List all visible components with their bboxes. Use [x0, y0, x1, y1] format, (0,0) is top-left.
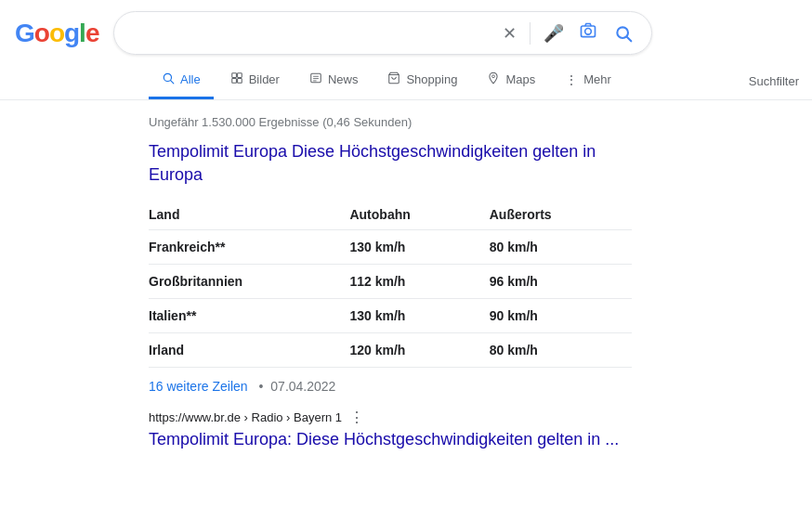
svg-rect-6: [231, 73, 236, 78]
table-row: Großbritannien112 km/h96 km/h: [149, 265, 632, 299]
svg-line-3: [627, 36, 632, 41]
svg-point-1: [585, 29, 592, 35]
tab-shopping[interactable]: Shopping: [374, 62, 470, 99]
col-header-land: Land: [149, 200, 349, 230]
tab-alle[interactable]: Alle: [149, 62, 214, 99]
result-link-title[interactable]: Tempolimit Europa: Diese Höchstgeschwind…: [149, 430, 632, 449]
col-header-ausserorts: Außerorts: [490, 200, 632, 230]
cell-autobahn: 130 km/h: [349, 299, 489, 333]
speed-table: Land Autobahn Außerorts Frankreich**130 …: [149, 200, 632, 368]
tab-news[interactable]: News: [296, 62, 372, 99]
cell-ausserorts: 80 km/h: [490, 230, 632, 265]
shopping-icon: [387, 72, 400, 87]
voice-search-button[interactable]: 🎤: [542, 21, 566, 46]
tab-maps[interactable]: Maps: [474, 62, 548, 99]
tab-mehr-label: Mehr: [583, 72, 611, 86]
nav-tabs: Alle Bilder News: [0, 62, 812, 100]
logo-letter-g: G: [15, 19, 34, 48]
tab-news-label: News: [328, 72, 359, 86]
result-date: 07.04.2022: [270, 379, 335, 394]
table-row: Frankreich**130 km/h80 km/h: [149, 230, 632, 265]
main-content: Ungefähr 1.530.000 Ergebnisse (0,46 Seku…: [0, 100, 632, 457]
svg-line-5: [171, 81, 174, 84]
search-input[interactable]: höchstgeschwindigkeit europa: [129, 25, 493, 42]
header: Google höchstgeschwindigkeit europa ✕ 🎤: [0, 0, 812, 62]
logo-letter-l: l: [79, 19, 85, 48]
table-footer: 16 weitere Zeilen • 07.04.2022: [149, 379, 632, 394]
tab-bilder[interactable]: Bilder: [217, 62, 293, 99]
result-url: https://www.br.de › Radio › Bayern 1: [149, 410, 342, 424]
lens-button[interactable]: [577, 20, 599, 46]
cell-autobahn: 120 km/h: [349, 333, 489, 368]
images-icon: [230, 72, 243, 87]
search-icons: ✕ 🎤: [501, 20, 636, 46]
logo-letter-e: e: [85, 19, 99, 48]
logo-letter-o2: o: [49, 19, 64, 48]
maps-icon: [487, 72, 500, 87]
tab-mehr[interactable]: ⋮ Mehr: [552, 63, 624, 99]
tab-maps-label: Maps: [505, 72, 535, 86]
table-row: Italien**130 km/h90 km/h: [149, 299, 632, 333]
bullet: •: [259, 379, 264, 394]
more-options-button[interactable]: ⋮: [346, 407, 368, 428]
result-meta: https://www.br.de › Radio › Bayern 1 ⋮: [149, 407, 632, 428]
cell-ausserorts: 90 km/h: [490, 299, 632, 333]
cell-autobahn: 130 km/h: [349, 230, 489, 265]
search-bar: höchstgeschwindigkeit europa ✕ 🎤: [113, 11, 652, 55]
close-icon: ✕: [503, 23, 517, 44]
cell-ausserorts: 80 km/h: [490, 333, 632, 368]
camera-icon: [579, 21, 597, 45]
google-logo[interactable]: Google: [15, 19, 98, 48]
logo-letter-g2: g: [64, 19, 79, 48]
microphone-icon: 🎤: [544, 23, 564, 44]
col-header-autobahn: Autobahn: [349, 200, 489, 230]
suchfilter-label: Suchfilter: [749, 74, 799, 88]
news-icon: [309, 72, 322, 87]
cell-ausserorts: 96 km/h: [490, 265, 632, 299]
cell-land: Großbritannien: [149, 265, 349, 299]
tab-shopping-label: Shopping: [406, 72, 457, 86]
table-row: Irland120 km/h80 km/h: [149, 333, 632, 368]
cell-land: Italien**: [149, 299, 349, 333]
result-title-link[interactable]: Tempolimit Europa Diese Höchstgeschwindi…: [149, 140, 632, 187]
clear-button[interactable]: ✕: [501, 21, 518, 46]
tab-bilder-label: Bilder: [249, 72, 280, 86]
svg-rect-7: [237, 73, 242, 78]
more-rows-link[interactable]: 16 weitere Zeilen: [149, 379, 248, 394]
cell-land: Frankreich**: [149, 230, 349, 265]
suchfilter-button[interactable]: Suchfilter: [736, 65, 812, 98]
svg-rect-8: [231, 79, 236, 84]
results-count: Ungefähr 1.530.000 Ergebnisse (0,46 Seku…: [149, 108, 632, 140]
divider: [530, 22, 530, 45]
tab-alle-label: Alle: [180, 72, 201, 86]
search-icon: [162, 72, 175, 87]
logo-letter-o1: o: [34, 19, 49, 48]
cell-autobahn: 112 km/h: [349, 265, 489, 299]
cell-land: Irland: [149, 333, 349, 368]
svg-point-15: [492, 75, 495, 78]
mehr-icon: ⋮: [565, 72, 578, 87]
search-button[interactable]: [610, 20, 636, 46]
svg-rect-9: [237, 79, 242, 84]
